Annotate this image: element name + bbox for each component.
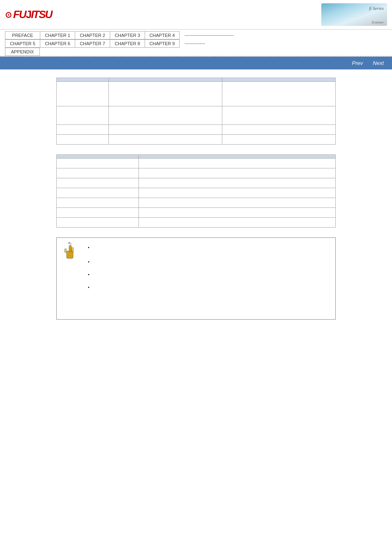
table1-cell-r4c1 bbox=[57, 135, 109, 145]
table1-header-col1 bbox=[57, 78, 109, 82]
table1-cell-r4c2 bbox=[109, 135, 222, 145]
notice-icon bbox=[61, 242, 79, 264]
nav-chapter4[interactable]: CHAPTER 4 bbox=[145, 31, 180, 39]
table1-cell-r2c1 bbox=[57, 106, 109, 125]
table1-cell-r1c3 bbox=[222, 82, 336, 106]
table1-cell-r3c1 bbox=[57, 125, 109, 135]
table2-header-col2 bbox=[139, 155, 336, 159]
navigation-area: PREFACE CHAPTER 1 CHAPTER 2 CHAPTER 3 CH… bbox=[0, 30, 392, 57]
table1-cell-r1c1 bbox=[57, 82, 109, 106]
nav-line-2 bbox=[184, 44, 205, 44]
nav-chapter1[interactable]: CHAPTER 1 bbox=[40, 31, 75, 39]
table1 bbox=[56, 78, 336, 145]
svg-rect-1 bbox=[69, 245, 71, 252]
logo-ring-icon: ⊙ bbox=[5, 10, 12, 20]
table2-r4c1 bbox=[57, 188, 139, 198]
notice-content: • • • • bbox=[88, 244, 329, 290]
page-content: • • • • bbox=[0, 69, 392, 338]
table1-cell-r2c2 bbox=[109, 106, 222, 125]
table1-header-col3 bbox=[222, 78, 336, 82]
table-row bbox=[57, 135, 336, 145]
nav-line-1 bbox=[184, 35, 234, 36]
table2-r5c2 bbox=[139, 198, 336, 208]
table2-r7c2 bbox=[139, 218, 336, 228]
table1-section bbox=[16, 78, 376, 145]
table2-r2c2 bbox=[139, 168, 336, 178]
table2-r5c1 bbox=[57, 198, 139, 208]
nav-chapter3[interactable]: CHAPTER 3 bbox=[110, 31, 145, 39]
pointing-hand-icon bbox=[61, 242, 79, 260]
table-row bbox=[57, 168, 336, 178]
table2-r2c1 bbox=[57, 168, 139, 178]
notice-box: • • • • bbox=[56, 237, 336, 320]
table-row bbox=[57, 198, 336, 208]
svg-rect-2 bbox=[71, 247, 74, 252]
bullet-3: • bbox=[88, 272, 90, 278]
logo-text: FUJITSU bbox=[13, 8, 52, 21]
toolbar: Prev Next bbox=[0, 57, 392, 69]
table2-r4c2 bbox=[139, 188, 336, 198]
svg-rect-3 bbox=[65, 249, 67, 253]
notice-item-4: • bbox=[88, 283, 329, 290]
table2-r7c1 bbox=[57, 218, 139, 228]
table2-r3c2 bbox=[139, 178, 336, 188]
nav-chapter2[interactable]: CHAPTER 2 bbox=[75, 31, 110, 39]
table2 bbox=[56, 154, 336, 228]
nav-row-1: PREFACE CHAPTER 1 CHAPTER 2 CHAPTER 3 CH… bbox=[5, 31, 387, 39]
bullet-1: • bbox=[88, 244, 90, 251]
table2-header-col1 bbox=[57, 155, 139, 159]
table1-header-col2 bbox=[109, 78, 222, 82]
bullet-4: • bbox=[88, 284, 90, 290]
table1-cell-r3c2 bbox=[109, 125, 222, 135]
table-row bbox=[57, 188, 336, 198]
notice-item-1: • bbox=[88, 244, 329, 251]
notice-item-2: • bbox=[88, 258, 329, 265]
table2-section bbox=[16, 154, 376, 228]
nav-appendix[interactable]: APPENDIX bbox=[5, 48, 40, 56]
table2-r1c2 bbox=[139, 159, 336, 168]
table1-cell-r3c3 bbox=[222, 125, 336, 135]
nav-chapter7[interactable]: CHAPTER 7 bbox=[75, 39, 110, 48]
prev-button[interactable]: Prev bbox=[349, 59, 367, 67]
table2-r3c1 bbox=[57, 178, 139, 188]
notice-item-3: • bbox=[88, 271, 329, 278]
table-row bbox=[57, 82, 336, 106]
table-row bbox=[57, 106, 336, 125]
table2-r6c2 bbox=[139, 208, 336, 218]
table1-cell-r2c3 bbox=[222, 106, 336, 125]
nav-row-2: CHAPTER 5 CHAPTER 6 CHAPTER 7 CHAPTER 8 … bbox=[5, 39, 387, 48]
table-row bbox=[57, 125, 336, 135]
nav-row-3: APPENDIX bbox=[5, 48, 387, 56]
nav-chapter6[interactable]: CHAPTER 6 bbox=[40, 39, 75, 48]
fi-series-label: fi Series bbox=[369, 6, 384, 11]
header-banner: fi Series Scanner bbox=[321, 3, 387, 26]
table1-cell-r4c3 bbox=[222, 135, 336, 145]
nav-chapter5[interactable]: CHAPTER 5 bbox=[5, 39, 40, 48]
nav-chapter9[interactable]: CHAPTER 9 bbox=[145, 39, 180, 48]
series-subtitle: Scanner bbox=[372, 20, 384, 24]
nav-chapter8[interactable]: CHAPTER 8 bbox=[110, 39, 145, 48]
notice-section: • • • • bbox=[16, 237, 376, 320]
table1-cell-r1c2 bbox=[109, 82, 222, 106]
table-row bbox=[57, 178, 336, 188]
bullet-2: • bbox=[88, 259, 90, 265]
table-row bbox=[57, 159, 336, 168]
page-header: ⊙ FUJITSU fi Series Scanner bbox=[0, 0, 392, 30]
fujitsu-logo: ⊙ FUJITSU bbox=[5, 8, 52, 21]
table2-r6c1 bbox=[57, 208, 139, 218]
table-row bbox=[57, 208, 336, 218]
table-row bbox=[57, 218, 336, 228]
table2-r1c1 bbox=[57, 159, 139, 168]
nav-extended-line2 bbox=[180, 39, 205, 48]
nav-preface[interactable]: PREFACE bbox=[5, 31, 40, 39]
next-button[interactable]: Next bbox=[369, 59, 387, 67]
nav-extended-line1 bbox=[180, 31, 234, 39]
